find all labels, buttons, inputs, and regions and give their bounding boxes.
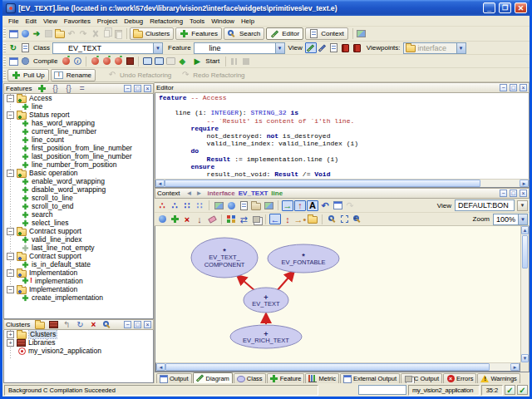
title-bar[interactable]: [EV_TEXT].line (located in c:\work\57dev… [2, 0, 530, 16]
diagram-hscrollbar[interactable]: ◄ ► [155, 362, 520, 372]
tab-diagram[interactable]: Diagram [193, 372, 233, 383]
expand-icon[interactable]: − [7, 286, 14, 293]
tree-item[interactable]: is_in_default_state [4, 260, 153, 268]
expand-icon[interactable]: + [7, 339, 14, 347]
anchor-icon[interactable]: ↓ [194, 214, 205, 224]
tree-item[interactable]: current_line_number [4, 127, 153, 135]
diagram-view-arrow-icon[interactable]: ▼ [517, 200, 528, 211]
tree-item[interactable]: +Clusters [4, 330, 153, 338]
features-button[interactable]: Features [175, 27, 222, 40]
tree-item[interactable]: +Libraries [4, 338, 153, 347]
eraser-icon[interactable] [206, 214, 218, 224]
undo-icon[interactable]: ↶ [66, 28, 77, 39]
history-back-icon[interactable]: ◄ [186, 190, 193, 197]
feature-clauses-icon[interactable]: {} [50, 83, 62, 94]
scroll-up-icon[interactable]: ▲ [521, 226, 529, 234]
compile-info-icon[interactable]: i [71, 56, 83, 66]
class-node-ev_text[interactable]: +EV_TEXT [244, 288, 288, 313]
tree-item[interactable]: line_number_from_position [4, 160, 153, 169]
tree-item[interactable]: line [4, 102, 153, 111]
context-button[interactable]: Context [305, 27, 348, 40]
remove-cluster-icon[interactable]: × [87, 319, 99, 330]
tree-item[interactable]: !implementation [4, 277, 153, 285]
cluster-up-icon[interactable]: ↰ [61, 319, 72, 330]
tree-item[interactable]: line_count [4, 135, 153, 144]
menu-item-help[interactable]: Help [238, 17, 258, 26]
tab-external-output[interactable]: External Output [340, 373, 400, 383]
list-view-icon[interactable] [238, 200, 249, 211]
class-page-icon[interactable] [19, 42, 31, 53]
scroll-left-icon[interactable]: ◄ [155, 180, 165, 187]
pause-icon[interactable] [229, 56, 240, 66]
new-window-icon[interactable] [7, 28, 19, 39]
history-forward-icon[interactable]: ► [196, 190, 203, 197]
class-combo[interactable]: EV_TEXT▼ [52, 42, 163, 54]
tree-item[interactable]: my_vision2_application [4, 347, 153, 355]
context-crumb-line[interactable]: line [271, 190, 283, 197]
open-file-icon[interactable] [54, 28, 66, 39]
features-maximize-icon[interactable]: □ [134, 85, 141, 92]
context-crumb-ev_text[interactable]: EV_TEXT [239, 190, 268, 197]
close-button[interactable]: ✕ [515, 2, 527, 13]
swap-icon[interactable]: ⇄ [238, 214, 249, 224]
cut-icon[interactable] [89, 28, 101, 39]
create-node-icon[interactable] [156, 214, 168, 224]
scroll-right-icon[interactable]: ► [510, 363, 520, 371]
editor-hscroll-thumb[interactable] [165, 180, 480, 187]
view-interface-icon[interactable] [352, 42, 363, 53]
view-editor-icon[interactable] [305, 42, 317, 53]
menu-item-project[interactable]: Project [94, 17, 121, 26]
dots-arrow-icon[interactable]: →• [294, 214, 306, 224]
tree-item[interactable]: disable_word_wrapping [4, 185, 153, 194]
scroll-right-icon[interactable]: ► [520, 180, 529, 187]
tab-feature[interactable]: Feature [267, 373, 305, 383]
delete-icon[interactable]: × [181, 214, 193, 224]
add-library-icon[interactable] [47, 319, 59, 330]
cluster-hierarchy-icon[interactable]: ∴ [169, 200, 180, 211]
compile-window-icon[interactable] [7, 56, 19, 66]
diagram-redo-icon[interactable]: ↷ [344, 200, 356, 211]
zoom-out-icon[interactable]: - [326, 214, 337, 224]
folder-view-icon[interactable] [250, 200, 262, 211]
tree-folder[interactable]: −Contract support [4, 252, 153, 260]
view-contract-icon[interactable] [340, 42, 352, 53]
tree-folder[interactable]: −Implementation [4, 268, 153, 277]
scroll-down-icon[interactable]: ▼ [521, 354, 529, 362]
new-folder-icon[interactable] [307, 214, 318, 224]
editor-hscrollbar[interactable]: ◄ ► [155, 179, 530, 188]
clusters-close-icon[interactable]: × [144, 321, 151, 328]
viewpoints-combo-arrow-icon[interactable]: ▼ [456, 43, 466, 53]
zoom-combo-arrow-icon[interactable]: ▼ [518, 214, 527, 224]
layers-icon[interactable] [250, 214, 262, 224]
diagram-vscroll-thumb[interactable] [522, 235, 528, 268]
tree-item[interactable]: has_word_wrapping [4, 119, 153, 127]
color-squares-icon[interactable] [225, 214, 237, 224]
diagram-window-icon[interactable] [332, 200, 343, 211]
expand-icon[interactable]: − [7, 253, 14, 260]
expand-icon[interactable]: + [7, 331, 14, 338]
tree-folder[interactable]: −Access [4, 94, 153, 102]
class-node-ev_text_component[interactable]: *EV_TEXT_COMPONENT [191, 238, 258, 278]
class-node-ev_rich_text[interactable]: +EV_RICH_TEXT [230, 325, 302, 348]
maximize-button[interactable]: ❐ [499, 2, 511, 13]
class-hierarchy-icon[interactable]: ∴ [156, 200, 168, 211]
clusters-maximize-icon[interactable]: □ [134, 321, 141, 328]
diagram-vscrollbar[interactable]: ▲ ▼ [520, 226, 529, 362]
editor-minimize-icon[interactable]: − [500, 84, 507, 91]
paste-icon[interactable] [112, 28, 124, 39]
tab-warnings[interactable]: Warnings [477, 373, 520, 383]
expand-icon[interactable]: − [7, 228, 14, 235]
feature-combo-arrow-icon[interactable]: ▼ [275, 43, 284, 53]
context-minimize-icon[interactable]: − [500, 190, 507, 197]
menu-item-view[interactable]: View [40, 17, 61, 26]
editor-close-icon[interactable]: × [520, 84, 527, 91]
run-ignore-icon[interactable]: ◆ [176, 56, 188, 66]
new-class-icon[interactable] [169, 214, 180, 224]
fit-view-icon[interactable] [338, 214, 350, 224]
tab-errors[interactable]: ×Errors [443, 373, 476, 383]
features-close-icon[interactable]: × [144, 85, 151, 92]
diagram-undo-icon[interactable]: ↶ [319, 200, 331, 211]
find-cluster-icon[interactable] [101, 319, 112, 330]
search-button[interactable]: Search [224, 27, 264, 40]
tree-item[interactable]: enable_word_wrapping [4, 177, 153, 185]
